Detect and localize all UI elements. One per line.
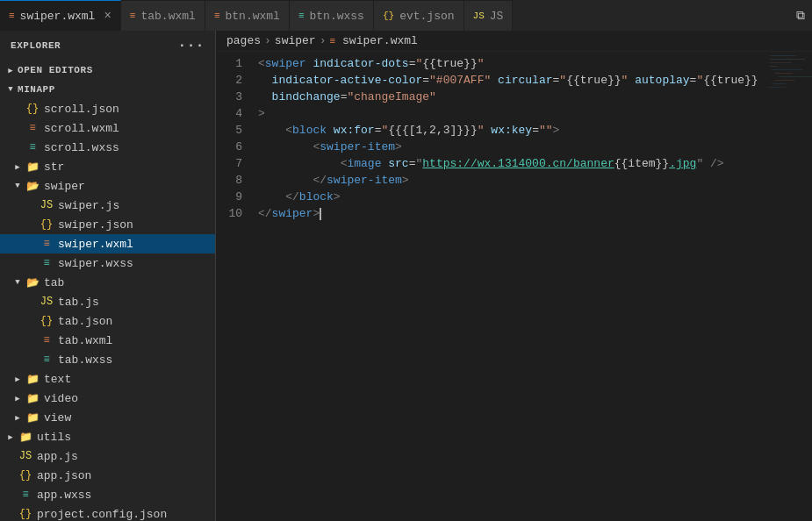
sidebar-item-view[interactable]: ▶ 📁 view — [0, 408, 215, 427]
folder-open-icon: 📂 — [25, 180, 40, 193]
folder-label: swiper — [44, 180, 85, 193]
line-num: 1 — [223, 55, 242, 72]
tab-btn-wxml[interactable]: ≡ btn.wxml — [205, 0, 290, 31]
chevron-down-icon: ▼ — [4, 85, 18, 94]
sidebar-item-swiper-wxss[interactable]: ≡ swiper.wxss — [0, 253, 215, 273]
line-num: 5 — [223, 122, 242, 139]
file-label: swiper.wxss — [58, 257, 133, 270]
wxss-icon: ≡ — [298, 11, 305, 21]
minapp-section[interactable]: ▼ MINAPP — [0, 80, 215, 99]
sidebar-item-utils[interactable]: ▶ 📁 utils — [0, 427, 215, 446]
sidebar-item-swiper-wxml[interactable]: ≡ swiper.wxml — [0, 234, 215, 253]
tab-label: JS — [490, 10, 504, 23]
svg-rect-9 — [772, 83, 786, 84]
folder-icon: 📁 — [25, 373, 40, 386]
sidebar-item-scroll-json[interactable]: {} scroll.json — [0, 99, 215, 118]
sidebar-item-video[interactable]: ▶ 📁 video — [0, 389, 215, 408]
folder-icon: 📁 — [25, 161, 40, 174]
code-line: </block> — [258, 189, 768, 205]
sidebar-item-str[interactable]: ▶ 📁 str — [0, 157, 215, 176]
chevron-right-icon: ▶ — [11, 162, 25, 172]
wxml-icon: ≡ — [214, 11, 220, 21]
chevron-right-icon: ▶ — [11, 375, 25, 384]
breadcrumb-file-icon: ≡ — [329, 36, 335, 46]
file-label: tab.wxss — [58, 353, 112, 367]
wxss-file-icon: ≡ — [39, 257, 54, 269]
svg-rect-2 — [770, 59, 805, 60]
file-label: tab.wxml — [58, 334, 112, 347]
sidebar-item-tab-wxss[interactable]: ≡ tab.wxss — [0, 350, 215, 369]
code-line: > — [258, 105, 768, 122]
code-editor[interactable]: 1 2 3 4 5 6 7 8 9 10 <swiper indicator-d… — [216, 52, 812, 521]
wxml-file-icon: ≡ — [39, 334, 54, 346]
file-label: app.wxss — [37, 489, 91, 502]
file-label: scroll.wxml — [44, 122, 119, 135]
line-num: 4 — [223, 105, 242, 122]
file-label: project.config.json — [37, 508, 167, 521]
split-editor-icon[interactable]: ⧉ — [796, 9, 805, 23]
chevron-down-icon: ▶ — [4, 66, 18, 75]
svg-rect-3 — [770, 62, 792, 63]
sidebar-item-app-json[interactable]: {} app.json — [0, 466, 215, 485]
tab-tab-wxml[interactable]: ≡ tab.wxml — [121, 0, 205, 31]
sidebar-item-tab-js[interactable]: JS tab.js — [0, 292, 215, 311]
tab-js[interactable]: JS JS — [464, 0, 514, 31]
sidebar-item-text[interactable]: ▶ 📁 text — [0, 369, 215, 389]
sidebar-item-swiper[interactable]: ▼ 📂 swiper — [0, 176, 215, 196]
svg-rect-10 — [768, 87, 786, 88]
js-file-icon: JS — [39, 296, 54, 308]
sidebar-item-scroll-wxml[interactable]: ≡ scroll.wxml — [0, 118, 215, 138]
code-line: <block wx:for="{{{[1,2,3]}}}" wx:key=""> — [258, 122, 768, 139]
code-line: <image src="https://wx.1314000.cn/banner… — [258, 155, 768, 172]
tab-swiper-wxml[interactable]: ≡ swiper.wxml × — [0, 0, 121, 31]
tab-evt-json[interactable]: {} evt.json — [374, 0, 464, 31]
breadcrumb: pages › swiper › ≡ swiper.wxml — [216, 31, 812, 52]
breadcrumb-pages[interactable]: pages — [226, 34, 261, 47]
more-options-icon[interactable]: ··· — [178, 38, 205, 54]
tab-label: btn.wxss — [310, 10, 364, 23]
chevron-right-icon: ▶ — [11, 413, 25, 423]
wxml-icon: ≡ — [130, 11, 136, 21]
open-editors-section[interactable]: ▶ OPEN EDITORS — [0, 61, 215, 80]
folder-label: utils — [37, 431, 71, 444]
line-num: 7 — [223, 155, 242, 172]
sidebar-item-tab-wxml[interactable]: ≡ tab.wxml — [0, 331, 215, 350]
sidebar-item-app-js[interactable]: JS app.js — [0, 446, 215, 466]
sidebar-item-project-config[interactable]: {} project.config.json — [0, 504, 215, 521]
sidebar-item-swiper-js[interactable]: JS swiper.js — [0, 196, 215, 215]
tab-btn-wxss[interactable]: ≡ btn.wxss — [290, 0, 374, 31]
folder-open-icon: 📂 — [25, 276, 40, 289]
file-label: app.js — [37, 450, 78, 463]
folder-label: tab — [44, 276, 64, 289]
code-line: bindchange="changeImage" — [258, 89, 768, 105]
svg-rect-1 — [770, 55, 796, 56]
tab-label: evt.json — [399, 10, 454, 23]
sidebar-item-tab-json[interactable]: {} tab.json — [0, 311, 215, 331]
json-file-icon: {} — [18, 469, 33, 482]
tab-close-icon[interactable]: × — [104, 10, 111, 22]
breadcrumb-swiper[interactable]: swiper — [275, 34, 316, 47]
file-label: swiper.js — [58, 199, 119, 212]
tab-label: btn.wxml — [225, 10, 279, 23]
sidebar-item-scroll-wxss[interactable]: ≡ scroll.wxss — [0, 138, 215, 157]
minapp-label: MINAPP — [18, 84, 55, 95]
file-label: tab.json — [58, 315, 112, 328]
folder-icon: 📁 — [25, 411, 40, 425]
wxml-file-icon: ≡ — [25, 122, 40, 134]
folder-icon: 📁 — [25, 392, 40, 405]
breadcrumb-file[interactable]: swiper.wxml — [342, 34, 418, 47]
code-line: </swiper-item> — [258, 172, 768, 189]
breadcrumb-sep: › — [264, 34, 271, 47]
file-label: swiper.wxml — [58, 238, 133, 251]
file-label: swiper.json — [58, 218, 133, 232]
sidebar-item-tab[interactable]: ▼ 📂 tab — [0, 273, 215, 292]
sidebar-item-app-wxss[interactable]: ≡ app.wxss — [0, 485, 215, 504]
sidebar-item-swiper-json[interactable]: {} swiper.json — [0, 215, 215, 234]
sidebar: EXPLORER ··· ▶ OPEN EDITORS ▼ MINAPP {} … — [0, 31, 215, 521]
js-file-icon: JS — [39, 199, 54, 211]
wxml-file-icon: ≡ — [39, 238, 54, 250]
line-num: 3 — [223, 89, 242, 105]
js-icon: JS — [473, 11, 485, 21]
svg-rect-0 — [768, 52, 812, 227]
tab-bar: ≡ swiper.wxml × ≡ tab.wxml ≡ btn.wxml ≡ … — [0, 0, 812, 31]
